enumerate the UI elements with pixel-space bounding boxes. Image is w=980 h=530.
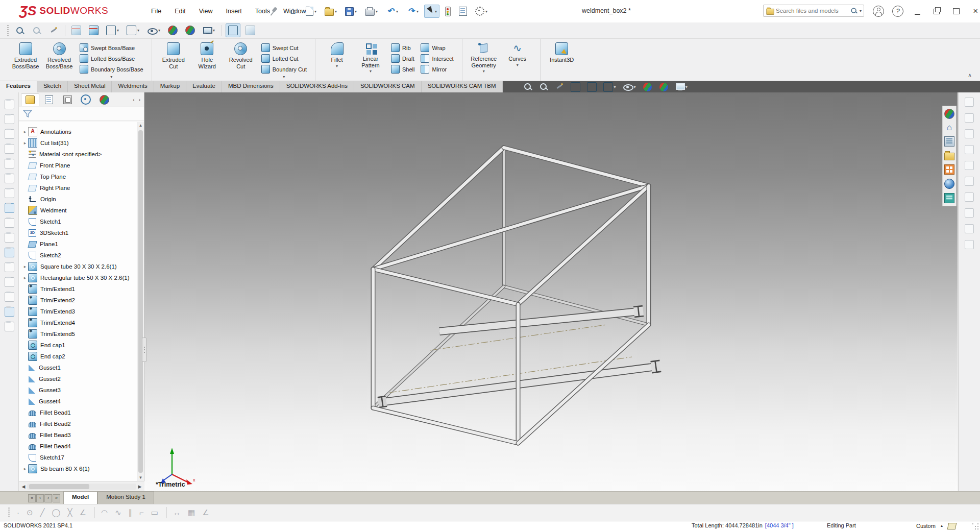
redo-dropdown-icon[interactable]: ▾ bbox=[416, 9, 419, 14]
edit-appearance-button[interactable] bbox=[165, 23, 180, 37]
panel-splitter[interactable] bbox=[142, 338, 146, 362]
instant3d-button[interactable]: Instant3D bbox=[546, 41, 578, 63]
extruded-cut-button[interactable]: ExtrudedCut bbox=[157, 41, 190, 69]
task-pane-solidworks-resources[interactable] bbox=[944, 109, 954, 119]
tree-item-trim-extend4[interactable]: Trim/Extend4 bbox=[19, 317, 137, 328]
left-toolbar-icon-9[interactable] bbox=[5, 218, 14, 228]
tab-sheet-metal[interactable]: Sheet Metal bbox=[68, 81, 112, 92]
first-tab-button[interactable]: « bbox=[28, 494, 36, 502]
tree-item-cut-list-31[interactable]: ▸Cut list(31) bbox=[19, 137, 137, 149]
apply-scene-button[interactable] bbox=[659, 82, 669, 92]
search-dropdown-icon[interactable]: ▾ bbox=[860, 9, 862, 13]
left-toolbar-icon-15[interactable] bbox=[5, 307, 14, 317]
file-properties-button[interactable] bbox=[456, 5, 470, 18]
tree-item-fillet-bead2[interactable]: Fillet Bead2 bbox=[19, 418, 137, 429]
task-pane-home[interactable] bbox=[945, 123, 954, 132]
print-dropdown-icon[interactable]: ▾ bbox=[376, 9, 378, 14]
view-settings-button[interactable]: ▾ bbox=[200, 25, 217, 37]
view-orientation-button[interactable]: ▾ bbox=[104, 23, 121, 37]
zoom-to-area-button[interactable] bbox=[539, 82, 548, 91]
options-button[interactable]: ▾ bbox=[473, 5, 490, 18]
tab-sketch[interactable]: Sketch bbox=[37, 81, 68, 92]
collapse-ribbon-icon[interactable]: ∧ bbox=[968, 72, 972, 79]
tree-item-top-plane[interactable]: Top Plane bbox=[19, 171, 137, 182]
tree-item-gusset3[interactable]: Gusset3 bbox=[19, 384, 137, 396]
fillet-dropdown-icon[interactable]: ▾ bbox=[336, 64, 338, 68]
revolved-boss-base-button[interactable]: RevolvedBoss/Base bbox=[43, 41, 76, 69]
graphics-viewport[interactable]: x *Trimetric bbox=[144, 92, 958, 491]
zoom-to-fit-button[interactable] bbox=[13, 24, 27, 37]
fm-tabs-previous-icon[interactable]: ‹ bbox=[131, 97, 136, 103]
tree-item-trim-extend5[interactable]: Trim/Extend5 bbox=[19, 328, 137, 340]
open-document-dropdown-icon[interactable]: ▾ bbox=[335, 9, 337, 14]
left-toolbar-icon-11[interactable] bbox=[5, 248, 14, 257]
point-icon[interactable]: · bbox=[17, 508, 19, 518]
help-button[interactable] bbox=[890, 4, 905, 19]
fm-tab-dimxpert-manager[interactable] bbox=[77, 93, 94, 106]
apply-scene-button[interactable] bbox=[183, 23, 198, 37]
right-toolbar-icon-2[interactable] bbox=[965, 113, 974, 123]
tree-item-front-plane[interactable]: Front Plane bbox=[19, 160, 137, 171]
display-style-button[interactable]: ▾ bbox=[603, 82, 616, 92]
tag-icon[interactable] bbox=[947, 523, 957, 529]
left-toolbar-icon-14[interactable] bbox=[5, 292, 14, 302]
curves-dropdown-icon[interactable]: ▾ bbox=[517, 63, 519, 67]
stack-dropdown-icon[interactable]: ▾ bbox=[261, 75, 307, 79]
left-toolbar-icon-16[interactable] bbox=[5, 322, 14, 331]
restore-down-button[interactable] bbox=[929, 4, 944, 19]
tree-item-sb-beam-80-x-6-1[interactable]: ▸Sb beam 80 X 6(1) bbox=[19, 463, 137, 474]
next-tab-button[interactable]: › bbox=[44, 494, 52, 502]
tab-weldments[interactable]: Weldments bbox=[112, 81, 154, 92]
tree-item-plane1[interactable]: Plane1 bbox=[19, 238, 137, 250]
tree-item-sketch2[interactable]: Sketch2 bbox=[19, 250, 137, 261]
tree-item-gusset1[interactable]: Gusset1 bbox=[19, 362, 137, 373]
options-dropdown-icon[interactable]: ▾ bbox=[485, 9, 487, 14]
left-toolbar-icon-3[interactable] bbox=[5, 129, 14, 139]
tree-item-trim-extend1[interactable]: Trim/Extend1 bbox=[19, 283, 137, 295]
select-button[interactable]: ▾ bbox=[424, 5, 439, 18]
trim-entities-icon[interactable]: ╳ bbox=[67, 508, 72, 518]
view-settings-dropdown-icon[interactable]: ▾ bbox=[685, 85, 688, 89]
previous-view-button[interactable] bbox=[46, 24, 61, 37]
save-button[interactable]: ▾ bbox=[342, 5, 359, 18]
right-toolbar-icon-5[interactable] bbox=[965, 161, 974, 170]
boundary-boss-base-button[interactable]: Boundary Boss/Base bbox=[80, 64, 143, 75]
dynamic-annotation-views-button[interactable] bbox=[86, 23, 101, 37]
rebuild-button[interactable] bbox=[443, 5, 453, 18]
rectangle-icon[interactable]: ▭ bbox=[151, 508, 158, 518]
hide-show-items-button[interactable]: ▾ bbox=[144, 24, 163, 37]
dynamic-annotation-views-button[interactable] bbox=[587, 82, 597, 92]
zoom-to-fit-button[interactable] bbox=[523, 82, 532, 91]
hide-show-items-button[interactable]: ▾ bbox=[623, 82, 636, 91]
boundary-cut-button[interactable]: Boundary Cut bbox=[261, 64, 307, 75]
scrollbar-thumb[interactable] bbox=[138, 130, 143, 473]
rib-button[interactable]: Rib bbox=[391, 42, 414, 53]
extruded-boss-base-button[interactable]: ExtrudedBoss/Base bbox=[9, 41, 42, 69]
scroll-left-icon[interactable]: ◀ bbox=[20, 484, 27, 489]
revolved-cut-button[interactable]: RevolvedCut bbox=[225, 41, 257, 69]
search-icon[interactable] bbox=[850, 7, 857, 14]
tree-item-weldment[interactable]: Weldment bbox=[19, 205, 137, 216]
expand-icon[interactable]: ▸ bbox=[22, 466, 28, 471]
tree-item-fillet-bead3[interactable]: Fillet Bead3 bbox=[19, 429, 137, 441]
left-toolbar-icon-2[interactable] bbox=[5, 114, 14, 124]
angle-dimension-icon[interactable]: ∠ bbox=[202, 508, 209, 518]
fillet-button[interactable]: Fillet▾ bbox=[321, 41, 353, 68]
units-dropdown-icon[interactable]: ▴ bbox=[941, 523, 943, 528]
ellipse-icon[interactable]: ◯ bbox=[52, 508, 61, 518]
edit-appearance-button[interactable] bbox=[643, 82, 652, 92]
units-selector[interactable]: Custom bbox=[916, 523, 936, 529]
viewport-mode-button[interactable] bbox=[226, 23, 240, 37]
scrollbar-track[interactable] bbox=[27, 484, 136, 490]
left-toolbar-icon-12[interactable] bbox=[5, 262, 14, 272]
left-toolbar-icon-5[interactable] bbox=[5, 159, 14, 168]
right-toolbar-icon-1[interactable] bbox=[965, 98, 974, 107]
hole-wizard-button[interactable]: HoleWizard bbox=[191, 41, 224, 69]
fm-tab-property-manager[interactable] bbox=[40, 93, 58, 106]
tree-item-trim-extend2[interactable]: Trim/Extend2 bbox=[19, 295, 137, 306]
linear-pattern-button[interactable]: LinearPattern▾ bbox=[354, 41, 387, 74]
tree-horizontal-scrollbar[interactable]: ◀ ▶ bbox=[19, 481, 144, 491]
menu-file[interactable]: File bbox=[145, 6, 167, 17]
tree-item-material-not-specified[interactable]: Material <not specified> bbox=[19, 149, 137, 160]
display-style-dropdown-icon[interactable]: ▾ bbox=[137, 28, 139, 33]
